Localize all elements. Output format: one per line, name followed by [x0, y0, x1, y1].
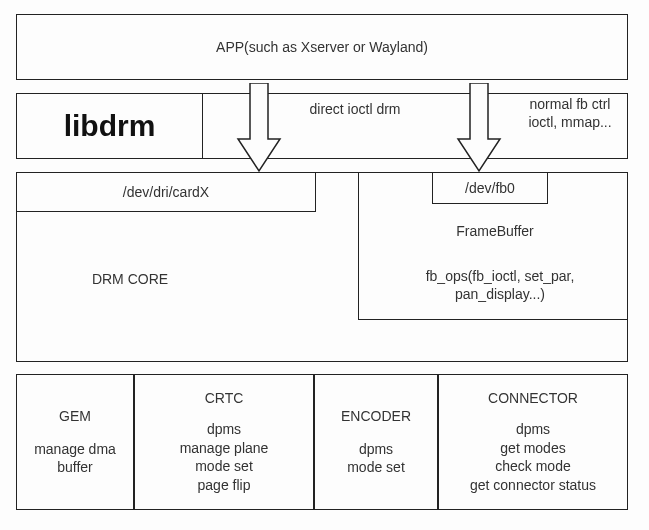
connector-desc4: get connector status: [470, 476, 596, 495]
encoder-box: ENCODER dpms mode set: [314, 374, 438, 510]
libdrm-box: libdrm: [16, 93, 203, 159]
app-label: APP(such as Xserver or Wayland): [216, 38, 428, 57]
crtc-desc1: dpms: [207, 420, 241, 439]
crtc-desc3: mode set: [195, 457, 253, 476]
gem-desc2: buffer: [57, 458, 93, 477]
arrow-fb-icon: [454, 83, 504, 178]
libdrm-label: libdrm: [64, 106, 156, 147]
crtc-desc4: page flip: [198, 476, 251, 495]
framebuffer-title: FrameBuffer: [430, 222, 560, 240]
connector-box: CONNECTOR dpms get modes check mode get …: [438, 374, 628, 510]
dev-fb-label: /dev/fb0: [465, 179, 515, 198]
gem-box: GEM manage dma buffer: [16, 374, 134, 510]
crtc-desc2: manage plane: [180, 439, 269, 458]
dev-dri-box: /dev/dri/cardX: [16, 172, 316, 212]
encoder-title: ENCODER: [341, 407, 411, 426]
app-box: APP(such as Xserver or Wayland): [16, 14, 628, 80]
connector-desc1: dpms: [516, 420, 550, 439]
gem-desc1: manage dma: [34, 440, 116, 459]
encoder-desc1: dpms: [359, 440, 393, 459]
arrow-drm-icon: [234, 83, 284, 178]
fbops-text: fb_ops(fb_ioctl, set_par, pan_display...…: [395, 267, 605, 303]
gem-title: GEM: [59, 407, 91, 426]
connector-desc2: get modes: [500, 439, 565, 458]
connector-desc3: check mode: [495, 457, 570, 476]
drm-core-label: DRM CORE: [70, 270, 190, 288]
fb-ctrl-label: normal fb ctrl ioctl, mmap...: [510, 95, 630, 131]
encoder-desc2: mode set: [347, 458, 405, 477]
dev-dri-label: /dev/dri/cardX: [123, 183, 209, 202]
dev-fb-box: /dev/fb0: [432, 172, 548, 204]
ioctl-label: direct ioctl drm: [290, 100, 420, 118]
crtc-title: CRTC: [205, 389, 244, 408]
crtc-box: CRTC dpms manage plane mode set page fli…: [134, 374, 314, 510]
connector-title: CONNECTOR: [488, 389, 578, 408]
